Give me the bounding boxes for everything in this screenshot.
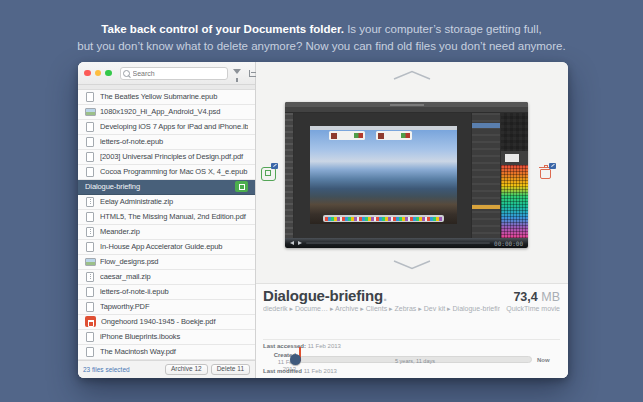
last-modified-row: Last modified 11 Feb 2013 [263, 368, 337, 374]
age-slider-value: 5 years, 11 days [299, 358, 531, 364]
list-item[interactable]: Dialogue-briefing [78, 180, 255, 195]
file-title: Dialogue-briefing [263, 287, 383, 304]
divider [263, 339, 560, 340]
now-label: Now [537, 357, 550, 363]
file-name: 1080x1920_Hi_App_Android_V4.psd [100, 107, 248, 116]
marketing-banner: Take back control of your Documents fold… [0, 0, 643, 60]
playback-track[interactable] [306, 242, 490, 244]
trash-icon [85, 316, 96, 327]
document-icon [85, 332, 95, 342]
status-bar: 23 files selected Archive 12 Delete 11 [78, 360, 255, 378]
layers-panel [472, 113, 501, 238]
tools-grid [501, 113, 528, 151]
minimize-window-button[interactable] [95, 70, 102, 77]
file-size-unit: MB [538, 290, 560, 304]
list-item[interactable]: Tapworthy.PDF [78, 300, 255, 315]
delete-button[interactable]: Delete 11 [211, 364, 250, 376]
image-file-icon [85, 257, 95, 267]
delete-action-button[interactable] [539, 165, 556, 181]
file-kind: QuickTime movie [506, 305, 560, 313]
last-modified-label: Last modified [263, 368, 302, 374]
preview-app-toolbar [285, 113, 294, 238]
file-name: letters-of-note.epub [100, 137, 248, 146]
notification-banner [376, 131, 412, 140]
archive-badge-icon [271, 163, 278, 169]
document-icon [85, 92, 95, 102]
document-icon [85, 152, 95, 162]
age-slider-track[interactable]: 5 years, 11 days [298, 356, 532, 363]
document-icon [85, 347, 95, 357]
file-name: Meander.zip [100, 227, 248, 236]
age-slider-handle[interactable] [290, 354, 301, 365]
play-icon[interactable] [298, 241, 302, 245]
list-item[interactable]: The Beatles Yellow Submarine.epub [78, 90, 255, 105]
list-item[interactable]: caesar_mail.zip [78, 270, 255, 285]
document-icon [85, 122, 95, 132]
delete-badge-icon [549, 163, 556, 169]
list-item[interactable]: In-House App Accelerator Guide.epub [78, 240, 255, 255]
archive-button[interactable]: Archive 12 [165, 364, 208, 376]
preview-pane: 00:00:00 Dialogue-briefing. 73,4 MB died… [256, 62, 568, 378]
window-controls [84, 70, 112, 77]
document-icon [85, 167, 95, 177]
list-item[interactable]: letters-of-note-ii.epub [78, 285, 255, 300]
list-item[interactable]: The Macintosh Way.pdf [78, 345, 255, 360]
file-name: The Beatles Yellow Submarine.epub [100, 92, 248, 101]
zip-file-icon [85, 197, 95, 207]
list-item[interactable]: HTML5, The Missing Manual, 2nd Edition.p… [78, 210, 255, 225]
banner-line1: Is your computer’s storage getting full, [344, 23, 542, 35]
window-toolbar [78, 62, 255, 85]
volume-icon[interactable] [290, 241, 294, 245]
list-item[interactable]: Ongehoord 1940-1945 - Boekje.pdf [78, 315, 255, 330]
selection-count: 23 files selected [83, 366, 162, 373]
file-name: Cocoa Programming for Mac OS X, 4_e.epub [100, 167, 248, 176]
file-name: The Macintosh Way.pdf [100, 347, 248, 356]
list-item[interactable]: iPhone Blueprints.ibooks [78, 330, 255, 345]
file-name: [2003] Universal Principles of Design.pd… [100, 152, 248, 161]
archive-box-icon [261, 167, 276, 181]
last-modified-value: 11 Feb 2013 [302, 368, 337, 374]
list-item[interactable]: Meander.zip [78, 225, 255, 240]
playback-time: 00:00:00 [494, 240, 523, 247]
list-item[interactable]: 1080x1920_Hi_App_Android_V4.psd [78, 105, 255, 120]
zip-file-icon [85, 227, 95, 237]
notification-banner [329, 131, 365, 140]
list-item[interactable]: Developing iOS 7 Apps for iPad and iPhon… [78, 120, 255, 135]
chevron-up-icon[interactable] [392, 70, 432, 80]
document-icon [85, 137, 95, 147]
chevron-down-icon[interactable] [392, 260, 432, 270]
file-name: Eelay Administratie.zip [100, 197, 248, 206]
document-icon [85, 287, 95, 297]
list-item[interactable]: Cocoa Programming for Mac OS X, 4_e.epub [78, 165, 255, 180]
archive-badge-icon[interactable] [235, 181, 248, 192]
list-item[interactable]: letters-of-note.epub [78, 135, 255, 150]
list-item[interactable]: Flow_designs.psd [78, 255, 255, 270]
breadcrumb[interactable]: diederik ▸ Docume… ▸ Archive ▸ Clients ▸… [263, 305, 500, 313]
file-name: Flow_designs.psd [100, 257, 248, 266]
file-title-suffix: . [383, 287, 387, 304]
color-chip [501, 151, 528, 165]
file-name: Dialogue-briefing [85, 182, 230, 191]
playback-bar[interactable]: 00:00:00 [285, 238, 528, 248]
file-preview[interactable]: 00:00:00 [285, 102, 528, 248]
file-name: iPhone Blueprints.ibooks [100, 332, 248, 341]
image-file-icon [85, 107, 95, 117]
archive-action-button[interactable] [261, 165, 278, 181]
file-list: The Beatles Yellow Submarine.epub 1080x1… [78, 85, 255, 360]
sidebar: The Beatles Yellow Submarine.epub 1080x1… [78, 62, 256, 378]
list-item[interactable]: [2003] Universal Principles of Design.pd… [78, 150, 255, 165]
search-input[interactable] [120, 67, 228, 80]
last-accessed-row: Last accessed: 11 Feb 2013 [263, 343, 341, 349]
zoom-window-button[interactable] [105, 70, 112, 77]
filter-button[interactable] [232, 67, 244, 79]
preview-app-panels [471, 113, 528, 238]
last-accessed-value: 11 Feb 2013 [306, 343, 341, 349]
close-window-button[interactable] [84, 70, 91, 77]
file-detail-panel: Dialogue-briefing. 73,4 MB diederik ▸ Do… [256, 283, 568, 378]
document-icon [85, 302, 95, 312]
preview-app-titlebar [285, 102, 528, 107]
file-size: 73,4 MB [513, 290, 560, 304]
list-item[interactable]: Eelay Administratie.zip [78, 195, 255, 210]
preview-thumbnail [285, 102, 528, 238]
preview-app-canvas [294, 113, 471, 238]
